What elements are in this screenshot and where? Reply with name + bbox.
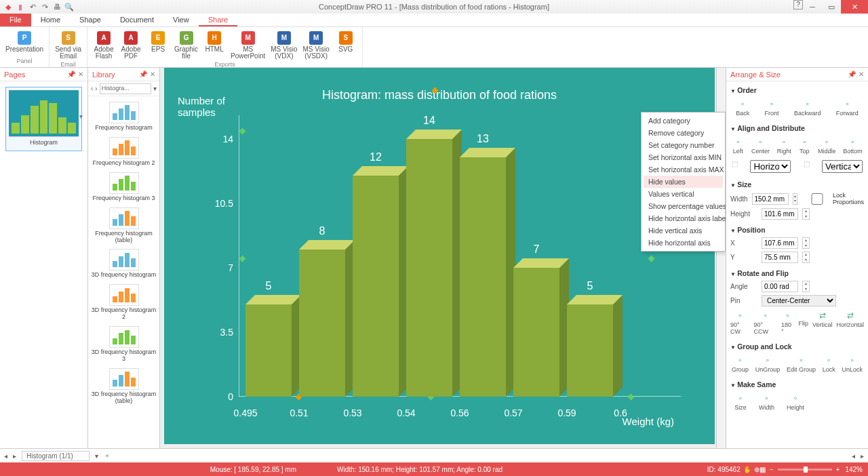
x-spinner[interactable]: ▴▾ [802, 237, 810, 249]
align-section[interactable]: Align and Distribute [730, 122, 864, 134]
context-menu-item[interactable]: Hide values [644, 176, 723, 188]
page-thumbnail[interactable]: ▾ Histogram [5, 87, 82, 151]
x-input[interactable] [762, 237, 798, 249]
dropdown-icon[interactable]: ▾ [95, 452, 98, 460]
flip-action[interactable]: ⇄Horizontal [836, 311, 864, 335]
size-section[interactable]: Size [730, 178, 864, 191]
pin-select[interactable]: Center-Center [762, 295, 836, 306]
library-item[interactable]: 3D frequency histogram 3 [88, 323, 159, 365]
pin-icon[interactable]: 📌 [67, 71, 75, 78]
hand-tool-icon[interactable]: ✋ [743, 466, 751, 473]
ribbon-item[interactable]: SSend viaEmail [55, 28, 81, 60]
selection-handle[interactable] [648, 256, 655, 262]
width-spinner[interactable]: ▴▾ [793, 193, 798, 205]
pin-icon[interactable]: 📌 [139, 71, 147, 78]
arrange-action[interactable]: ▫Front [765, 99, 779, 117]
preview-icon[interactable]: 🔍 [65, 3, 73, 11]
arrange-action[interactable]: ▫Backward [794, 99, 821, 117]
ribbon-item[interactable]: MMS Visio(VDX) [271, 28, 297, 60]
context-menu-item[interactable]: Hide horizontal axis labels [644, 212, 723, 224]
arrange-action[interactable]: ▫90° CW [730, 311, 750, 335]
selection-handle[interactable] [239, 128, 246, 135]
library-item[interactable]: Frequency histogram [88, 99, 159, 134]
maximize-button[interactable]: ▭ [822, 0, 841, 14]
redo-icon[interactable]: ↷ [41, 3, 49, 11]
context-menu-item[interactable]: Hide vertical axis [644, 224, 723, 237]
arrange-action[interactable]: ▫Bottom [843, 137, 863, 155]
arrange-action[interactable]: ▫Lock [823, 355, 835, 373]
height-spinner[interactable]: ▴▾ [802, 208, 810, 220]
close-icon[interactable]: ✕ [859, 71, 864, 78]
arrange-action[interactable]: ▫UnLock [842, 355, 863, 373]
zoom-out-icon[interactable]: − [770, 466, 774, 473]
context-menu-item[interactable]: Add category [644, 115, 723, 127]
ribbon-item[interactable]: EEPS [147, 28, 169, 60]
arrange-action[interactable]: ▫Width [759, 393, 774, 411]
distribute-v-select[interactable]: Vertical [822, 160, 863, 173]
ribbon-item[interactable]: MMSPowerPoint [231, 28, 265, 60]
ribbon-item[interactable]: PPresentation [5, 28, 43, 56]
arrange-action[interactable]: ▫Edit Group [787, 355, 816, 373]
arrange-action[interactable]: ▫Forward [836, 99, 859, 117]
library-item[interactable]: 3D frequency histogram (table) [88, 365, 159, 408]
prev-icon[interactable]: ‹ [91, 85, 93, 92]
context-menu-item[interactable]: Hide horizontal axis [644, 237, 723, 249]
tab-view[interactable]: View [163, 14, 199, 26]
selection-handle[interactable] [239, 256, 246, 262]
zoom-slider[interactable] [778, 469, 832, 471]
height-input[interactable] [762, 208, 798, 220]
pin-icon[interactable]: 📌 [848, 71, 856, 78]
library-item[interactable]: 3D frequency histogram [88, 246, 159, 281]
dropdown-icon[interactable]: ▾ [153, 85, 157, 92]
ribbon-item[interactable]: GGraphicfile [174, 28, 198, 60]
arrange-action[interactable]: ▫Center [751, 137, 770, 155]
print-icon[interactable]: 🖶 [53, 3, 61, 11]
library-item[interactable]: Frequency histogram 3 [88, 170, 159, 205]
context-menu-item[interactable]: Set category number [644, 139, 723, 151]
tool-icon[interactable]: ⊕ [754, 466, 760, 473]
close-icon[interactable]: ✕ [150, 71, 155, 78]
library-item[interactable]: Frequency histogram 2 [88, 134, 159, 170]
context-menu-item[interactable]: Set horizontal axis MIN [644, 151, 723, 163]
arrange-action[interactable]: ▫Size [734, 393, 747, 411]
tab-file[interactable]: File [0, 14, 31, 26]
prev-page-icon[interactable]: ◂ [4, 452, 7, 460]
canvas-area[interactable]: Histogram: mass distribution of food rat… [160, 68, 726, 448]
context-menu-item[interactable]: Values vertical [644, 188, 723, 200]
arrange-action[interactable]: ▫Left [732, 137, 744, 155]
arrange-action[interactable]: ▫UnGroup [755, 355, 781, 373]
arrange-action[interactable]: ▫Top [798, 137, 810, 155]
next-icon[interactable]: › [95, 85, 97, 92]
tab-share[interactable]: Share [199, 14, 237, 26]
close-icon[interactable]: ✕ [78, 71, 83, 78]
save-icon[interactable]: ▮ [16, 3, 24, 11]
context-menu-item[interactable]: Remove category [644, 127, 723, 139]
library-item[interactable]: Frequency histogram (table) [88, 205, 159, 247]
next-page-icon[interactable]: ▸ [13, 452, 16, 460]
distribute-h-select[interactable]: Horizontal [750, 160, 791, 173]
rotate-section[interactable]: Rotate and Flip [730, 267, 864, 279]
context-menu-item[interactable]: Set horizontal axis MAX [644, 163, 723, 176]
angle-input[interactable] [762, 281, 798, 292]
scroll-right-icon[interactable]: ▸ [861, 452, 864, 460]
y-spinner[interactable]: ▴▾ [802, 252, 810, 263]
arrange-action[interactable]: ▫Height [787, 393, 804, 411]
library-selector[interactable]: Histogra... [100, 83, 151, 94]
angle-spinner[interactable]: ▴▾ [802, 281, 810, 292]
undo-icon[interactable]: ↶ [28, 3, 37, 11]
arrange-action[interactable]: ▫Right [777, 137, 791, 155]
group-section[interactable]: Group and Lock [730, 340, 864, 353]
page-selector[interactable]: Histogram (1/1) [22, 451, 90, 461]
y-input[interactable] [762, 252, 798, 263]
width-input[interactable] [752, 193, 789, 205]
ribbon-item[interactable]: AAdobeFlash [93, 28, 115, 60]
arrange-action[interactable]: ▫Back [736, 99, 749, 117]
selection-handle[interactable] [628, 394, 635, 401]
ribbon-item[interactable]: AAdobePDF [120, 28, 142, 60]
tool-icon[interactable]: ▦ [760, 466, 766, 473]
ribbon-item[interactable]: SSVG [335, 28, 357, 60]
arrange-action[interactable]: ▫Group [732, 355, 749, 373]
tab-shape[interactable]: Shape [70, 14, 111, 26]
arrange-action[interactable]: ▫180 ° [781, 311, 794, 335]
arrange-action[interactable]: ▫90° CCW [754, 311, 778, 335]
